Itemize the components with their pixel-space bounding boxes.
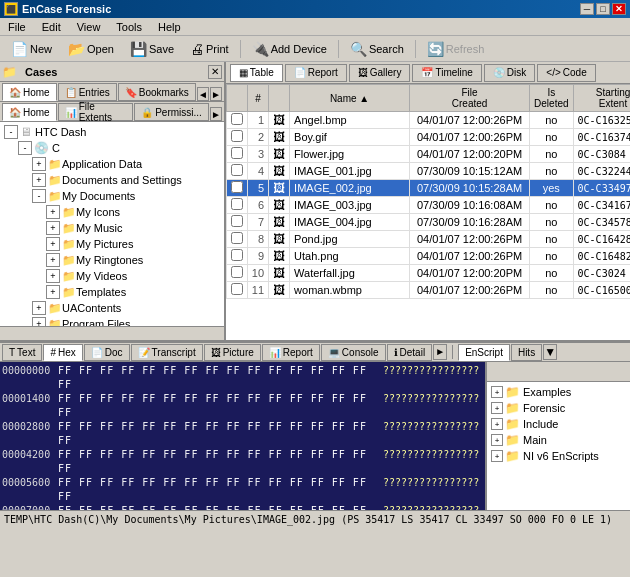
table-row[interactable]: 7 🖼 IMAGE_004.jpg 07/30/09 10:16:28AM no… <box>226 214 630 231</box>
expand-appdata[interactable]: + <box>32 157 46 171</box>
bottom-tab-transcript[interactable]: 📝 Transcript <box>131 344 203 361</box>
col-created[interactable]: FileCreated <box>410 85 530 112</box>
expand-uacontents[interactable]: + <box>32 301 46 315</box>
bottom-tab-detail[interactable]: ℹ Detail <box>387 344 433 361</box>
col-deleted[interactable]: IsDeleted <box>530 85 573 112</box>
table-row[interactable]: 8 🖼 Pond.jpg 04/01/07 12:00:26PM no 0C-C… <box>226 231 630 248</box>
tab-entries[interactable]: 📋 Entries <box>58 83 117 101</box>
expand-programfiles[interactable]: + <box>32 317 46 326</box>
table-row[interactable]: 2 🖼 Boy.gif 04/01/07 12:00:26PM no 0C-C1… <box>226 129 630 146</box>
bottom-tab-console[interactable]: 💻 Console <box>321 344 386 361</box>
tree-scrollbar-h[interactable] <box>0 326 224 340</box>
expand-myvideos[interactable]: + <box>46 269 60 283</box>
row-checkbox[interactable] <box>226 248 247 265</box>
bottom-tab-enscript[interactable]: EnScript <box>458 344 510 361</box>
more-tabs-arrow[interactable]: ► <box>433 344 447 360</box>
expand-mypictures[interactable]: + <box>46 237 60 251</box>
bottom-tab-report[interactable]: 📊 Report <box>262 344 320 361</box>
menu-file[interactable]: File <box>4 20 30 34</box>
table-row[interactable]: 9 🖼 Utah.png 04/01/07 12:00:26PM no 0C-C… <box>226 248 630 265</box>
bottom-tab-hits[interactable]: Hits <box>511 344 542 361</box>
row-checkbox[interactable] <box>226 112 247 129</box>
bottom-tab-doc[interactable]: 📄 Doc <box>84 344 130 361</box>
expand-c[interactable]: - <box>18 141 32 155</box>
enscript-tree-item[interactable]: + 📁 Forensic <box>487 400 630 416</box>
row-checkbox[interactable] <box>226 197 247 214</box>
expand-myicons[interactable]: + <box>46 205 60 219</box>
sub-tab-file-extents[interactable]: 📊 File Extents <box>58 103 133 121</box>
close-button[interactable]: ✕ <box>612 3 626 15</box>
enscript-tree-item[interactable]: + 📁 Examples <box>487 384 630 400</box>
view-tab-disk[interactable]: 💿 Disk <box>484 64 535 82</box>
enscript-expand[interactable]: + <box>491 434 503 446</box>
menu-edit[interactable]: Edit <box>38 20 65 34</box>
tree-item-docsettings[interactable]: + 📁 Documents and Settings <box>0 172 224 188</box>
enscript-expand[interactable]: + <box>491 450 503 462</box>
enscript-tree-item[interactable]: + 📁 Include <box>487 416 630 432</box>
nav-prev[interactable]: ◄ <box>197 87 209 101</box>
table-row[interactable]: 3 🖼 Flower.jpg 04/01/07 12:00:20PM no 0C… <box>226 146 630 163</box>
table-row[interactable]: 6 🖼 IMAGE_003.jpg 07/30/09 10:16:08AM no… <box>226 197 630 214</box>
menu-tools[interactable]: Tools <box>112 20 146 34</box>
sub-nav-next[interactable]: ► <box>210 107 222 121</box>
save-button[interactable]: 💾 Save <box>123 38 181 60</box>
expand-myringtones[interactable]: + <box>46 253 60 267</box>
expand-mymusic[interactable]: + <box>46 221 60 235</box>
tree-item-myringtones[interactable]: + 📁 My Ringtones <box>0 252 224 268</box>
row-checkbox[interactable] <box>226 163 247 180</box>
row-checkbox[interactable] <box>226 265 247 282</box>
table-row[interactable]: 1 🖼 Angel.bmp 04/01/07 12:00:26PM no 0C-… <box>226 112 630 129</box>
tree-item-mydocs[interactable]: - 📁 My Documents <box>0 188 224 204</box>
table-row[interactable]: 11 🖼 woman.wbmp 04/01/07 12:00:26PM no 0… <box>226 282 630 299</box>
tab-home[interactable]: 🏠 Home <box>2 83 57 101</box>
tree-item-programfiles[interactable]: + 📁 Program Files <box>0 316 224 326</box>
new-button[interactable]: 📄 New <box>4 38 59 60</box>
add-device-button[interactable]: 🔌 Add Device <box>245 38 334 60</box>
bottom-tab-text[interactable]: T Text <box>2 344 42 361</box>
open-button[interactable]: 📂 Open <box>61 38 121 60</box>
enscript-tree-item[interactable]: + 📁 Main <box>487 432 630 448</box>
bottom-tab-hex[interactable]: # Hex <box>43 344 82 361</box>
sub-tab-permissions[interactable]: 🔒 Permissi... <box>134 103 209 121</box>
tree-item-myicons[interactable]: + 📁 My Icons <box>0 204 224 220</box>
hex-viewer[interactable]: 00000000 FF FF FF FF FF FF FF FF FF FF F… <box>0 362 485 510</box>
row-checkbox[interactable] <box>226 282 247 299</box>
enscript-expand[interactable]: + <box>491 402 503 414</box>
nav-next[interactable]: ► <box>210 87 222 101</box>
row-checkbox[interactable] <box>226 129 247 146</box>
tree-item-htcdash[interactable]: - 🖥 HTC Dash <box>0 124 224 140</box>
cases-panel-close[interactable]: ✕ <box>208 65 222 79</box>
row-checkbox[interactable] <box>226 180 247 197</box>
menu-view[interactable]: View <box>73 20 105 34</box>
maximize-button[interactable]: □ <box>596 3 610 15</box>
tree-item-mypictures[interactable]: + 📁 My Pictures <box>0 236 224 252</box>
col-name[interactable]: Name ▲ <box>290 85 410 112</box>
bottom-tab-picture[interactable]: 🖼 Picture <box>204 344 261 361</box>
table-row[interactable]: 10 🖼 Waterfall.jpg 04/01/07 12:00:20PM n… <box>226 265 630 282</box>
view-tab-timeline[interactable]: 📅 Timeline <box>412 64 481 82</box>
tab-bookmarks[interactable]: 🔖 Bookmarks <box>118 83 196 101</box>
file-table-container[interactable]: # Name ▲ FileCreated IsDeleted StartingE… <box>226 84 630 340</box>
col-extent[interactable]: StartingExtent <box>573 85 630 112</box>
enscript-tree-item[interactable]: + 📁 NI v6 EnScripts <box>487 448 630 464</box>
tree-item-c[interactable]: - 💿 C <box>0 140 224 156</box>
row-checkbox[interactable] <box>226 231 247 248</box>
tree-item-mymusic[interactable]: + 📁 My Music <box>0 220 224 236</box>
filter-button[interactable]: ▼ <box>543 344 557 360</box>
view-tab-code[interactable]: </> Code <box>537 64 595 82</box>
tree-item-appdata[interactable]: + 📁 Application Data <box>0 156 224 172</box>
menu-help[interactable]: Help <box>154 20 185 34</box>
file-tree[interactable]: - 🖥 HTC Dash - 💿 C + 📁 Application Data … <box>0 122 224 326</box>
row-checkbox[interactable] <box>226 146 247 163</box>
view-tab-report[interactable]: 📄 Report <box>285 64 347 82</box>
enscript-tree[interactable]: + 📁 Examples + 📁 Forensic + 📁 Include + … <box>487 382 630 510</box>
expand-templates[interactable]: + <box>46 285 60 299</box>
table-row[interactable]: 4 🖼 IMAGE_001.jpg 07/30/09 10:15:12AM no… <box>226 163 630 180</box>
minimize-button[interactable]: ─ <box>580 3 594 15</box>
row-checkbox[interactable] <box>226 214 247 231</box>
view-tab-gallery[interactable]: 🖼 Gallery <box>349 64 411 82</box>
expand-docsettings[interactable]: + <box>32 173 46 187</box>
print-button[interactable]: 🖨 Print <box>183 38 236 60</box>
enscript-expand[interactable]: + <box>491 386 503 398</box>
expand-htcdash[interactable]: - <box>4 125 18 139</box>
